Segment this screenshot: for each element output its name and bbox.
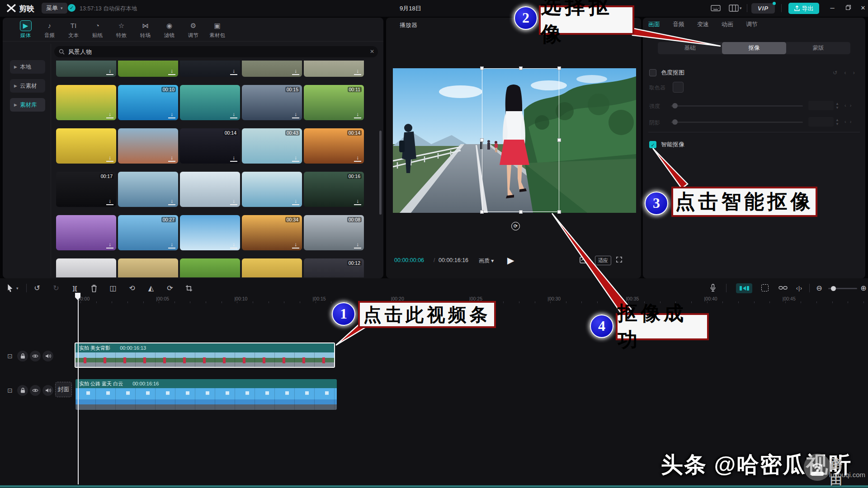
download-icon[interactable]: ↓: [292, 68, 299, 75]
properties-tab-画面[interactable]: 画面: [648, 20, 660, 28]
rotate-button[interactable]: ⟳: [165, 283, 175, 294]
download-icon[interactable]: ↓: [354, 155, 361, 162]
shadow-kf-arrows[interactable]: ‹›: [844, 119, 855, 124]
cover-button[interactable]: 封面: [55, 382, 72, 397]
download-icon[interactable]: ↓: [292, 198, 299, 205]
media-thumb[interactable]: ↓: [180, 258, 240, 277]
download-icon[interactable]: ↓: [168, 198, 175, 205]
auto-snap-icon[interactable]: [761, 284, 769, 291]
freeze-frame-button[interactable]: ◫: [108, 283, 118, 294]
zoom-out-button[interactable]: ⊖: [814, 283, 825, 294]
media-tab-素材包[interactable]: ▣素材包: [205, 19, 229, 41]
media-thumb[interactable]: ↓: [180, 61, 240, 77]
video-preview[interactable]: ⟳: [393, 68, 636, 213]
track2-visibility-icon[interactable]: [30, 385, 41, 396]
media-thumb[interactable]: 00:16↓: [304, 172, 364, 207]
download-icon[interactable]: ↓: [106, 68, 113, 75]
shadow-stepper[interactable]: ▲▼: [835, 118, 839, 126]
handle-mid-left[interactable]: [480, 138, 484, 142]
rotate-handle[interactable]: ⟳: [511, 222, 520, 230]
media-thumb[interactable]: ↓: [180, 215, 240, 250]
quality-dropdown[interactable]: 画质 ▾: [479, 257, 494, 265]
cursor-chevron-icon[interactable]: ▾: [16, 286, 19, 291]
media-thumb[interactable]: 00:17↓: [56, 172, 116, 207]
chroma-key-row[interactable]: 色度抠图: [649, 69, 684, 77]
media-thumb[interactable]: 00:08↓: [304, 215, 364, 250]
media-thumb[interactable]: ↓: [56, 128, 116, 164]
zoom-in-button[interactable]: ⊕: [858, 283, 868, 294]
media-thumb[interactable]: ↓: [304, 61, 364, 77]
handle-mid-right[interactable]: [557, 138, 561, 142]
download-icon[interactable]: ↓: [168, 68, 175, 75]
download-icon[interactable]: ↓: [106, 155, 113, 162]
download-icon[interactable]: ↓: [354, 111, 361, 118]
timeline-horizontal-scrollbar[interactable]: [0, 485, 868, 488]
video-clip-1[interactable]: 实拍 美女背影 00:00:16:13: [75, 343, 335, 368]
media-thumb[interactable]: 00:11↓: [304, 85, 364, 120]
redo-button[interactable]: ↻: [51, 283, 61, 294]
media-thumb[interactable]: 00:27↓: [118, 215, 178, 250]
preview-quality-icon[interactable]: [580, 257, 589, 264]
track1-visibility-icon[interactable]: [30, 351, 41, 361]
vip-badge[interactable]: VIP: [751, 3, 775, 14]
preview-axis-icon[interactable]: ‹|›: [794, 283, 805, 294]
handle-bottom-right[interactable]: [557, 210, 561, 214]
download-icon[interactable]: ↓: [292, 155, 299, 162]
handle-bottom-center[interactable]: [519, 210, 523, 214]
download-icon[interactable]: ↓: [106, 198, 113, 205]
intensity-slider[interactable]: [671, 105, 803, 107]
smart-key-row[interactable]: ✓ 智能抠像: [649, 141, 684, 149]
handle-top-right[interactable]: [557, 66, 561, 70]
media-tab-贴纸[interactable]: ◔贴纸: [85, 19, 109, 41]
media-thumb[interactable]: 00:10↓: [118, 85, 178, 120]
media-thumb[interactable]: ↓: [56, 258, 116, 277]
download-icon[interactable]: ↓: [230, 198, 237, 205]
media-thumb[interactable]: 00:43↓: [242, 128, 302, 164]
main-track-magnet-button[interactable]: [736, 283, 752, 293]
handle-bottom-left[interactable]: [480, 210, 484, 214]
media-thumb[interactable]: ↓: [56, 61, 116, 77]
properties-tab-变速[interactable]: 变速: [697, 20, 709, 28]
layout-chevron-icon[interactable]: ▾: [740, 6, 742, 10]
download-icon[interactable]: ↓: [230, 68, 237, 75]
media-thumb[interactable]: ↓: [118, 258, 178, 277]
delete-button[interactable]: [90, 284, 98, 292]
reverse-button[interactable]: ⟲: [127, 283, 137, 294]
download-icon[interactable]: ↓: [106, 111, 113, 118]
subtab-蒙版[interactable]: 蒙版: [786, 42, 850, 54]
undo-button[interactable]: ↺: [32, 283, 42, 294]
download-icon[interactable]: ↓: [168, 155, 175, 162]
smart-key-checkbox[interactable]: ✓: [649, 141, 656, 148]
layout-panels-icon[interactable]: [729, 4, 739, 12]
media-grid-scrollbar[interactable]: [379, 131, 382, 215]
crop-button[interactable]: [185, 285, 193, 292]
media-thumb[interactable]: 00:14↓: [180, 128, 240, 164]
video-clip-2[interactable]: 实拍 公路 蓝天 白云 00:00:16:16: [75, 379, 337, 410]
download-icon[interactable]: ↓: [292, 241, 299, 249]
timeline-zoom-slider[interactable]: [828, 288, 857, 289]
menu-button[interactable]: 菜单 ▾: [42, 3, 67, 14]
mirror-button[interactable]: ◭: [146, 283, 156, 294]
playhead-line[interactable]: [78, 295, 79, 484]
media-thumb[interactable]: ↓: [242, 258, 302, 277]
media-thumb[interactable]: ↓: [242, 172, 302, 207]
media-thumb[interactable]: ↓: [56, 215, 116, 250]
select-cursor-icon[interactable]: [6, 284, 14, 293]
intensity-stepper[interactable]: ▲▼: [835, 102, 839, 110]
media-thumb[interactable]: ↓: [242, 61, 302, 77]
media-tab-特效[interactable]: ☆特效: [109, 19, 133, 41]
search-clear-icon[interactable]: ✕: [370, 48, 374, 55]
subtab-抠像[interactable]: 抠像: [722, 42, 786, 54]
subtab-基础[interactable]: 基础: [658, 42, 722, 54]
download-icon[interactable]: ↓: [354, 241, 361, 249]
media-thumb[interactable]: ↓: [118, 128, 178, 164]
media-thumb[interactable]: ↓: [180, 85, 240, 120]
media-thumb[interactable]: 00:15↓: [242, 85, 302, 120]
media-thumb[interactable]: 00:14↓: [304, 128, 364, 164]
shadow-slider[interactable]: [671, 122, 803, 123]
track1-lock-icon[interactable]: [17, 351, 28, 361]
track1-mute-icon[interactable]: [42, 351, 53, 361]
download-icon[interactable]: ↓: [106, 241, 113, 249]
media-tab-转场[interactable]: ⋈转场: [133, 19, 157, 41]
shadow-value-box[interactable]: [808, 117, 834, 127]
